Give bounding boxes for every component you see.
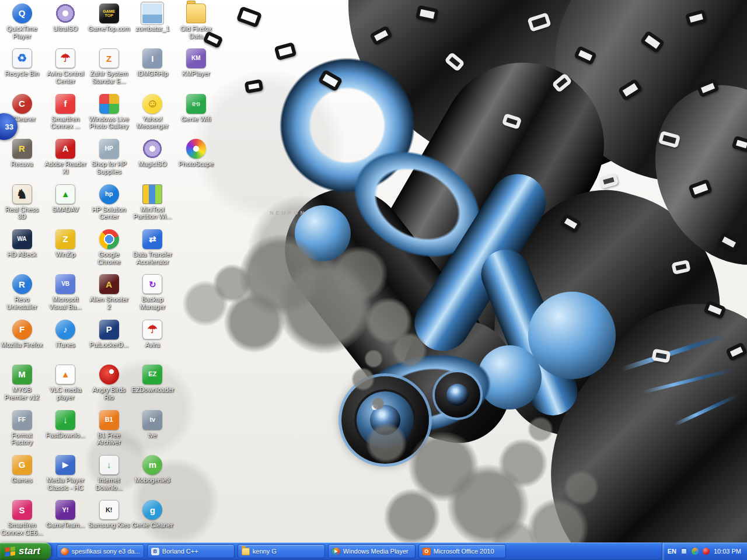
desktop-icon-adobe-reader-xi[interactable]: AAdobe Reader XI (44, 139, 87, 175)
icon-label: Genie Cleaner (132, 522, 173, 529)
icon-label: Revo Uninstaller (1, 296, 43, 310)
desktop-icon-magiciso[interactable]: MagicISO (131, 139, 174, 168)
icon-label: Genie Wifi (181, 116, 211, 123)
desktop-icon-myob-premier-v12[interactable]: MMYOB Premier v12 (1, 365, 43, 401)
avira-control-center-icon: ☂ (55, 48, 75, 68)
desktop-icon-alien-shooter-2[interactable]: AAlien Shooter 2 (88, 274, 130, 310)
desktop-icon-genie-cleaner[interactable]: gGenie Cleaner (131, 500, 174, 529)
desktop-icon-hd-abeck[interactable]: WAHD ABeck (1, 229, 43, 258)
samsung-kies-icon: K! (99, 500, 119, 520)
taskbar-button-spesifikasi-sony-e3-da[interactable]: spesifikasi sony e3 da... (57, 544, 144, 558)
desktop-icon-old-firefox-data[interactable]: Old Firefox Data (174, 4, 217, 40)
desktop-icon-microsoft-visual-ba[interactable]: VBMicrosoft Visual Ba... (44, 274, 87, 310)
desktop-icon-kmplayer[interactable]: KMKMPlayer (174, 48, 217, 78)
desktop-icon-mobogenie3[interactable]: mMobogenie3 (131, 455, 174, 484)
desktop-icon-gameteam[interactable]: Y!GameTeam... (44, 500, 87, 529)
icon-label: Adobe Reader XI (44, 160, 86, 175)
desktop-icon-yahoo-messenger[interactable]: ☺Yahoo! Messenger (131, 94, 174, 130)
desktop-icon-zombatar-1[interactable]: zombatar_1 (131, 4, 174, 33)
google-chrome-icon (99, 229, 119, 249)
desktop-icon-shop-for-hp-supplies[interactable]: HPShop for HP Supplies (88, 139, 130, 175)
desktop-icon-vlc-media-player[interactable]: ▲VLC media player (44, 365, 87, 401)
desktop-icon-smartfren-connex[interactable]: fSmartfren Connex ... (44, 94, 87, 130)
icon-label: Internet Downlo... (88, 477, 130, 491)
taskbar-button-kenny-g[interactable]: kenny G (238, 544, 325, 558)
desktop-icon-idmgrhlp[interactable]: IIDMGRHlp (131, 48, 174, 78)
desktop-icon-putlockerd[interactable]: PPutLockerD... (88, 320, 130, 349)
b1-free-archiver-icon: B1 (99, 410, 119, 430)
icon-label: KMPlayer (182, 70, 210, 78)
internet-downlo-icon: ↓ (99, 455, 119, 475)
desktop-icon-format-factory[interactable]: FFFormat Factory (1, 410, 43, 446)
desktop-icon-media-player-classic-hc[interactable]: ▶Media Player Classic - HC (44, 455, 87, 491)
zahir-system-standar-e-icon: Z (99, 48, 119, 68)
desktop-icon-avira[interactable]: ☂Avira (131, 320, 174, 349)
desktop-icon-windows-live-photo-gallery[interactable]: Windows Live Photo Gallery (88, 94, 130, 130)
desktop-icon-ezdownloader[interactable]: EZEZDownloader (131, 365, 174, 394)
desktop-icon-data-transfer-accelerator[interactable]: ⇄Data Transfer Accelerator (131, 229, 174, 265)
desktop-icon-real-chess-3d[interactable]: ♞Real Chess 3D (1, 184, 43, 220)
hp-solution-center-icon: hp (99, 184, 119, 204)
desktop-icon-fastdownlo[interactable]: ↓FastDownlo... (44, 410, 87, 439)
microsoft-visual-ba-icon: VB (55, 274, 75, 294)
taskbar-button-borland-c[interactable]: BBorland C++ (147, 544, 235, 558)
desktop-icon-minitool-partition-wi[interactable]: MiniTool Partition Wi... (131, 184, 174, 220)
desktop-icon-quicktime-player[interactable]: QQuickTime Player (1, 4, 43, 40)
desktop-icon-avira-control-center[interactable]: ☂Avira Control Center (44, 48, 87, 85)
network-tray-icon[interactable] (680, 548, 687, 555)
desktop-icon-angry-birds-rio[interactable]: Angry Birds Rio (88, 365, 130, 401)
start-button[interactable]: start (0, 542, 51, 560)
icon-label: GameTeam... (46, 522, 85, 529)
desktop-icon-internet-downlo[interactable]: ↓Internet Downlo... (88, 455, 130, 491)
real-chess-3d-icon: ♞ (12, 184, 32, 204)
icon-label: GameTop.com (88, 25, 130, 33)
app-icon: B (151, 548, 159, 555)
task-button-label: kenny G (253, 548, 277, 555)
desktop-icon-photoscape[interactable]: PhotoScape (174, 139, 217, 168)
desktop-icon-google-chrome[interactable]: Google Chrome (88, 229, 130, 265)
tve-icon: tv (142, 410, 162, 430)
desktop-icon-recycle-bin[interactable]: ♻Recycle Bin (1, 48, 43, 78)
icon-label: Data Transfer Accelerator (131, 251, 173, 265)
desktop-icon-smartfren-connex-ce6[interactable]: SSmartfren Connex CE6... (1, 500, 43, 536)
desktop-icon-zahir-system-standar-e[interactable]: ZZahir System Standar E... (88, 48, 130, 85)
desktop-icon-genie-wifi[interactable]: ((•))Genie Wifi (174, 94, 217, 123)
desktop-icon-games[interactable]: GGames (1, 455, 43, 484)
taskbar-button-windows-media-player[interactable]: ▶Windows Media Player (328, 544, 416, 558)
icon-label: Mobogenie3 (135, 477, 170, 484)
alert-tray-icon[interactable] (703, 548, 710, 555)
desktop-icon-backup-manager[interactable]: ↻Backup Manager (131, 274, 174, 310)
icon-label: FastDownlo... (46, 432, 85, 439)
smartfren-connex-icon: f (55, 94, 75, 114)
desktop-icon-gametop-com[interactable]: GAME TOPGameTop.com (88, 4, 130, 33)
wmp-icon: ▶ (332, 548, 340, 555)
desktop-icon-winzip[interactable]: ZWinZip (44, 229, 87, 258)
desktop-icon-recuva[interactable]: RRecuva (1, 139, 43, 168)
desktop-icon-revo-uninstaller[interactable]: RRevo Uninstaller (1, 274, 43, 310)
desktop-icon-ultraiso[interactable]: UltraISO (44, 4, 87, 33)
desktop-icon-tve[interactable]: tvtve (131, 410, 174, 439)
desktop-icon-b1-free-archiver[interactable]: B1B1 Free Archiver (88, 410, 130, 446)
desktop-icon-itunes[interactable]: ♪iTunes (44, 320, 87, 349)
itunes-icon: ♪ (55, 320, 75, 340)
icon-label: Mozilla Firefox (1, 341, 43, 349)
desktop-icon-smadav[interactable]: ▲SMADAV (44, 184, 87, 214)
desktop-icon-mozilla-firefox[interactable]: FMozilla Firefox (1, 320, 43, 349)
icon-label: MiniTool Partition Wi... (131, 206, 173, 220)
media-tray-icon[interactable] (692, 548, 699, 555)
backup-manager-icon: ↻ (142, 274, 162, 294)
media-player-classic-hc-icon: ▶ (55, 455, 75, 475)
alien-shooter-2-icon: A (99, 274, 119, 294)
genie-wifi-icon: ((•)) (186, 94, 206, 114)
language-indicator[interactable]: EN (668, 548, 676, 555)
shop-for-hp-supplies-icon: HP (99, 139, 119, 159)
taskbar-button-microsoft-office-2010[interactable]: OMicrosoft Office 2010 (418, 544, 506, 558)
desktop-icon-hp-solution-center[interactable]: hpHP Solution Center (88, 184, 130, 220)
icon-label: HP Solution Center (88, 206, 130, 220)
icon-label: Google Chrome (88, 251, 130, 265)
smartfren-connex-ce6-icon: S (12, 500, 32, 520)
genie-cleaner-icon: g (142, 500, 162, 520)
angry-birds-rio-icon (99, 365, 119, 384)
desktop-icon-samsung-kies[interactable]: K!Samsung Kies (88, 500, 130, 529)
photoscape-icon (186, 139, 206, 159)
